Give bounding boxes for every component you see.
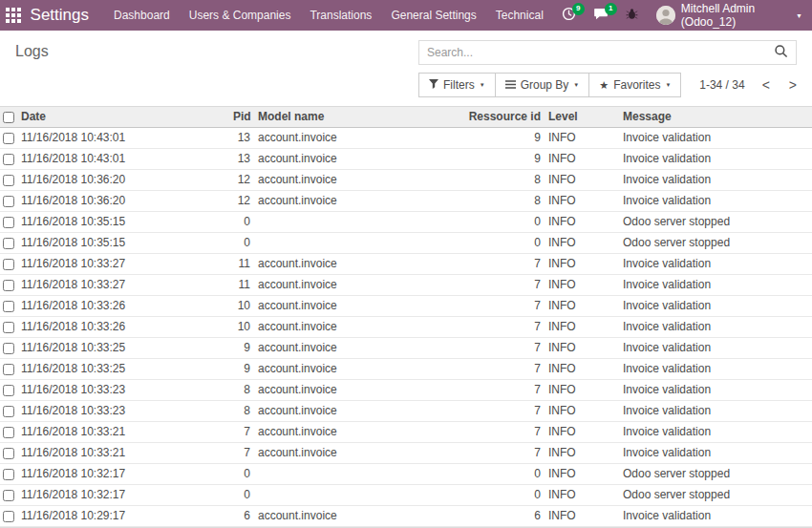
table-row[interactable]: 11/16/2018 10:35:15 0 0 INFO Odoo server… [0,233,812,254]
table-row[interactable]: 11/16/2018 10:33:25 9 account.invoice 7 … [0,338,812,359]
row-checkbox[interactable] [3,427,14,438]
row-checkbox-cell[interactable] [0,380,17,401]
table-row[interactable]: 11/16/2018 10:32:17 0 0 INFO Odoo server… [0,485,812,506]
menu-item-technical[interactable]: Technical [486,0,553,31]
cell-pid: 11 [229,275,254,296]
search-input[interactable] [427,46,774,59]
row-checkbox[interactable] [3,196,14,207]
row-checkbox[interactable] [3,364,14,375]
table-row[interactable]: 11/16/2018 10:36:20 12 account.invoice 8… [0,170,812,191]
row-checkbox-cell[interactable] [0,296,17,317]
table-row[interactable]: 11/16/2018 10:33:27 11 account.invoice 7… [0,275,812,296]
cell-date: 11/16/2018 10:35:15 [17,212,229,233]
row-checkbox-cell[interactable] [0,338,17,359]
row-checkbox-cell[interactable] [0,149,17,170]
row-checkbox-cell[interactable] [0,170,17,191]
search-box[interactable] [418,40,797,65]
select-all-checkbox-cell[interactable] [0,107,17,128]
row-checkbox-cell[interactable] [0,359,17,380]
cell-pid: 8 [229,401,254,422]
user-menu[interactable]: Mitchell Admin (Odoo_12) ▼ [647,2,812,29]
row-checkbox[interactable] [3,217,14,228]
row-checkbox[interactable] [3,322,14,333]
row-checkbox[interactable] [3,343,14,354]
row-checkbox[interactable] [3,469,14,480]
row-checkbox[interactable] [3,448,14,459]
menu-item-dashboard[interactable]: Dashboard [104,0,180,31]
row-checkbox-cell[interactable] [0,485,17,506]
row-checkbox[interactable] [3,175,14,186]
cell-level: INFO [545,191,619,212]
column-header-message[interactable]: Message [619,107,812,128]
row-checkbox-cell[interactable] [0,233,17,254]
row-checkbox-cell[interactable] [0,422,17,443]
row-checkbox-cell[interactable] [0,191,17,212]
menu-item-users-companies[interactable]: Users & Companies [180,0,301,31]
table-row[interactable]: 11/16/2018 10:33:23 8 account.invoice 7 … [0,401,812,422]
debug-menu[interactable] [617,0,647,31]
cell-message: Invoice validation [619,443,812,464]
cell-date: 11/16/2018 10:33:23 [17,401,229,422]
table-row[interactable]: 11/16/2018 10:33:21 7 account.invoice 7 … [0,443,812,464]
row-checkbox-cell[interactable] [0,275,17,296]
row-checkbox[interactable] [3,154,14,165]
row-checkbox[interactable] [3,385,14,396]
table-row[interactable]: 11/16/2018 10:43:01 13 account.invoice 9… [0,128,812,149]
cell-pid: 12 [229,170,254,191]
row-checkbox-cell[interactable] [0,254,17,275]
cell-pid: 12 [229,191,254,212]
table-row[interactable]: 11/16/2018 10:33:21 7 account.invoice 7 … [0,422,812,443]
row-checkbox[interactable] [3,259,14,270]
row-checkbox[interactable] [3,301,14,312]
table-row[interactable]: 11/16/2018 10:35:15 0 0 INFO Odoo server… [0,212,812,233]
table-row[interactable]: 11/16/2018 10:36:20 12 account.invoice 8… [0,191,812,212]
cell-date: 11/16/2018 10:33:21 [17,443,229,464]
cell-level: INFO [545,380,619,401]
table-row[interactable]: 11/16/2018 10:33:26 10 account.invoice 7… [0,317,812,338]
favorites-button[interactable]: ★ Favorites ▼ [588,73,681,97]
table-row[interactable]: 11/16/2018 10:43:01 13 account.invoice 9… [0,149,812,170]
row-checkbox[interactable] [3,511,14,522]
row-checkbox[interactable] [3,406,14,417]
table-row[interactable]: 11/16/2018 10:33:26 10 account.invoice 7… [0,296,812,317]
apps-menu-icon[interactable] [0,0,27,31]
table-row[interactable]: 11/16/2018 10:33:27 11 account.invoice 7… [0,254,812,275]
row-checkbox-cell[interactable] [0,506,17,527]
cell-date: 11/16/2018 10:33:26 [17,317,229,338]
column-header-level[interactable]: Level [545,107,619,128]
cell-date: 11/16/2018 10:33:25 [17,359,229,380]
column-header-ressource-id[interactable]: Ressource id [418,107,545,128]
table-row[interactable]: 11/16/2018 10:33:23 8 account.invoice 7 … [0,380,812,401]
search-options-row: Filters ▼ Group By ▼ ★ Favorites ▼ 1-3 [418,73,797,97]
table-row[interactable]: 11/16/2018 10:32:17 0 0 INFO Odoo server… [0,464,812,485]
row-checkbox-cell[interactable] [0,317,17,338]
activities-menu[interactable]: 9 [553,0,585,31]
search-icon[interactable] [774,44,788,61]
menu-item-translations[interactable]: Translations [300,0,381,31]
filters-button[interactable]: Filters ▼ [418,73,496,97]
menu-item-general-settings[interactable]: General Settings [381,0,485,31]
row-checkbox-cell[interactable] [0,443,17,464]
search-buttons: Filters ▼ Group By ▼ ★ Favorites ▼ [418,73,681,97]
app-title[interactable]: Settings [31,6,89,25]
row-checkbox[interactable] [3,280,14,291]
row-checkbox-cell[interactable] [0,401,17,422]
row-checkbox-cell[interactable] [0,128,17,149]
column-header-pid[interactable]: Pid [229,107,254,128]
row-checkbox-cell[interactable] [0,464,17,485]
row-checkbox-cell[interactable] [0,212,17,233]
table-row[interactable]: 11/16/2018 10:33:25 9 account.invoice 7 … [0,359,812,380]
row-checkbox[interactable] [3,133,14,144]
column-header-date[interactable]: Date [17,107,229,128]
select-all-checkbox[interactable] [3,112,14,123]
pager-next-icon[interactable]: > [789,78,797,92]
pager-previous-icon[interactable]: < [762,78,770,92]
messages-menu[interactable]: 1 [585,0,617,31]
cell-ressource-id: 7 [418,275,545,296]
cell-level: INFO [545,128,619,149]
group-by-button[interactable]: Group By ▼ [495,73,590,97]
column-header-model-name[interactable]: Model name [254,107,418,128]
row-checkbox[interactable] [3,238,14,249]
table-row[interactable]: 11/16/2018 10:29:17 6 account.invoice 6 … [0,506,812,527]
row-checkbox[interactable] [3,490,14,501]
